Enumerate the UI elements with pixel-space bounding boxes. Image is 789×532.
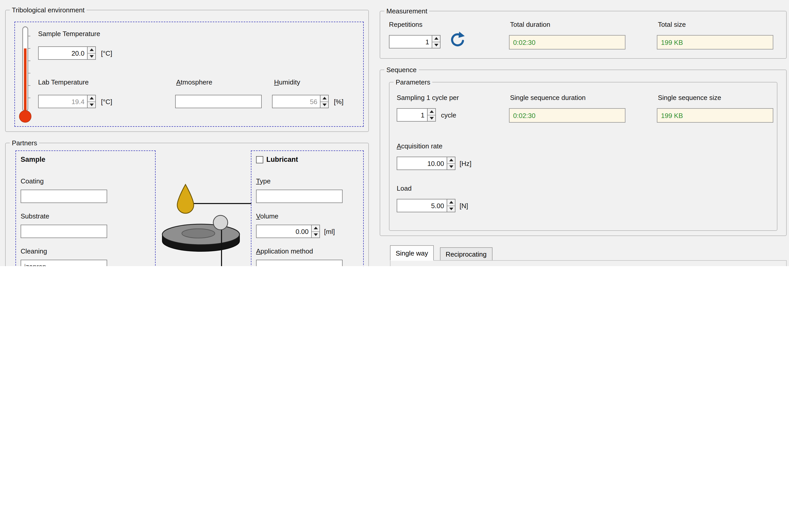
- humidity-spin-buttons[interactable]: [320, 95, 329, 108]
- acquisition-rate-input[interactable]: [397, 157, 447, 170]
- total-size-label: Total size: [658, 21, 686, 28]
- tribometer-settings-window: Tribological environment Sample Temperat…: [0, 0, 789, 266]
- total-duration-label: Total duration: [510, 21, 550, 28]
- application-method-label: Application method: [256, 247, 313, 255]
- lab-temperature-unit: [°C]: [101, 98, 112, 106]
- total-size-field: 199 KB: [657, 35, 773, 50]
- single-duration-field: 0:02:30: [509, 108, 626, 122]
- repeat-icon[interactable]: [449, 31, 466, 52]
- load-spin-buttons[interactable]: [447, 199, 456, 212]
- load-spinner: [397, 199, 456, 212]
- application-method-input[interactable]: [256, 260, 343, 266]
- lubricant-type-label: Type: [256, 177, 270, 185]
- single-duration-label: Single sequence duration: [510, 94, 585, 101]
- spin-up-icon[interactable]: [312, 225, 320, 231]
- sample-substrate-label: Substrate: [21, 212, 49, 220]
- total-duration-field: 0:02:30: [509, 35, 626, 50]
- load-label: Load: [397, 185, 411, 192]
- lubricant-title: Lubricant: [266, 156, 298, 163]
- acquisition-rate-spin-buttons[interactable]: [447, 157, 456, 170]
- sample-disk-ball-illustration: [155, 175, 252, 266]
- lubricant-volume-spinner: [256, 225, 320, 238]
- sampling-label: Sampling 1 cycle per: [397, 94, 459, 101]
- sample-temperature-spin-buttons[interactable]: [87, 46, 96, 60]
- humidity-spinner: [272, 95, 329, 108]
- humidity-label: Humidity: [274, 78, 300, 86]
- single-way-tab-panel: [390, 260, 787, 266]
- sample-cleaning-label: Cleaning: [21, 247, 47, 255]
- lab-temperature-spin-buttons[interactable]: [87, 95, 96, 108]
- lubricant-volume-label: Volume: [256, 212, 278, 220]
- repetitions-label: Repetitions: [389, 21, 422, 28]
- lubricant-volume-unit: [ml]: [324, 228, 335, 235]
- checkbox-icon: [256, 156, 263, 163]
- lubricant-volume-input[interactable]: [256, 225, 311, 238]
- spin-down-icon[interactable]: [428, 115, 435, 121]
- lubricant-volume-spin-buttons[interactable]: [311, 225, 320, 238]
- lubricant-checkbox[interactable]: Lubricant: [256, 156, 298, 163]
- sampling-spinner: [397, 108, 436, 121]
- sample-temperature-label: Sample Temperature: [38, 30, 100, 38]
- thermometer-icon: [19, 25, 32, 124]
- lab-temperature-spinner: [38, 95, 96, 108]
- sequence-title: Sequence: [384, 66, 419, 74]
- lubricant-type-input[interactable]: [256, 190, 343, 203]
- load-input[interactable]: [397, 199, 447, 212]
- spin-up-icon[interactable]: [432, 36, 440, 41]
- spin-down-icon[interactable]: [88, 101, 95, 108]
- sample-temperature-spinner: [38, 46, 96, 60]
- acquisition-rate-label: Acquisition rate: [397, 142, 443, 150]
- tribological-environment-title: Tribological environment: [10, 6, 86, 14]
- oil-droplet-icon: [177, 185, 194, 213]
- acquisition-rate-unit: [Hz]: [460, 160, 472, 168]
- spin-down-icon[interactable]: [447, 205, 455, 212]
- single-size-field: 199 KB: [657, 108, 773, 122]
- spin-down-icon[interactable]: [312, 231, 320, 238]
- spin-up-icon[interactable]: [447, 200, 455, 205]
- repetitions-spin-buttons[interactable]: [432, 35, 441, 49]
- sample-temperature-unit: [°C]: [101, 50, 112, 57]
- lab-temperature-label: Lab Temperature: [38, 78, 89, 86]
- ball-icon: [213, 215, 228, 230]
- spin-up-icon[interactable]: [321, 95, 328, 101]
- sample-coating-label: Coating: [21, 177, 44, 185]
- spin-up-icon[interactable]: [88, 95, 95, 101]
- sample-title: Sample: [21, 156, 45, 163]
- humidity-unit: [%]: [334, 98, 344, 106]
- atmosphere-label: Atmosphere: [176, 78, 212, 86]
- spin-down-icon[interactable]: [88, 53, 95, 59]
- tab-single-way[interactable]: Single way: [390, 245, 434, 261]
- spin-up-icon[interactable]: [447, 157, 455, 163]
- humidity-input[interactable]: [272, 95, 320, 108]
- sample-coating-input[interactable]: [21, 190, 107, 203]
- spin-down-icon[interactable]: [447, 163, 455, 170]
- sampling-input[interactable]: [397, 108, 427, 121]
- spin-down-icon[interactable]: [321, 101, 328, 108]
- sample-cleaning-input[interactable]: [21, 260, 107, 266]
- partners-title: Partners: [10, 139, 39, 147]
- load-unit: [N]: [460, 202, 468, 210]
- atmosphere-input[interactable]: [175, 95, 262, 108]
- repetitions-input[interactable]: [389, 35, 432, 49]
- measurement-group: Measurement: [380, 7, 787, 59]
- spin-down-icon[interactable]: [432, 41, 440, 48]
- acquisition-rate-spinner: [397, 157, 456, 170]
- parameters-title: Parameters: [393, 78, 432, 86]
- spin-up-icon[interactable]: [88, 47, 95, 53]
- sampling-suffix: cycle: [441, 111, 456, 119]
- tab-reciprocating[interactable]: Reciprocating: [440, 247, 492, 261]
- measurement-title: Measurement: [384, 7, 429, 15]
- sample-temperature-input[interactable]: [38, 46, 87, 60]
- lab-temperature-input[interactable]: [38, 95, 87, 108]
- single-size-label: Single sequence size: [658, 94, 721, 101]
- repetitions-spinner: [389, 35, 441, 49]
- sampling-spin-buttons[interactable]: [427, 108, 436, 121]
- sample-substrate-input[interactable]: [21, 225, 107, 238]
- spin-up-icon[interactable]: [428, 109, 435, 115]
